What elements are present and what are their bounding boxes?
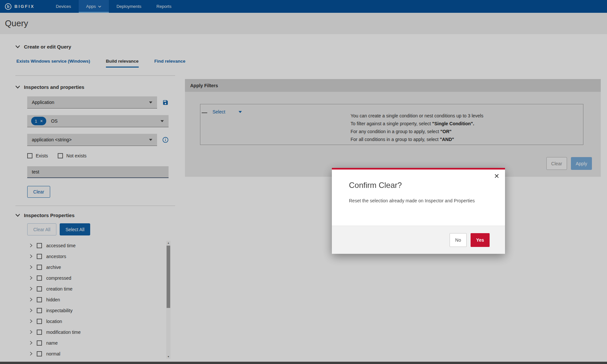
close-icon[interactable]: ✕ bbox=[494, 173, 499, 179]
dialog-message: Reset the selection already made on Insp… bbox=[349, 198, 488, 203]
no-button[interactable]: No bbox=[450, 233, 467, 247]
dialog-title: Confirm Clear? bbox=[349, 181, 505, 190]
dialog-footer: No Yes bbox=[332, 226, 505, 254]
modal-overlay bbox=[0, 0, 607, 364]
yes-button[interactable]: Yes bbox=[471, 233, 490, 247]
confirm-clear-dialog: ✕ Confirm Clear? Reset the selection alr… bbox=[332, 168, 505, 254]
